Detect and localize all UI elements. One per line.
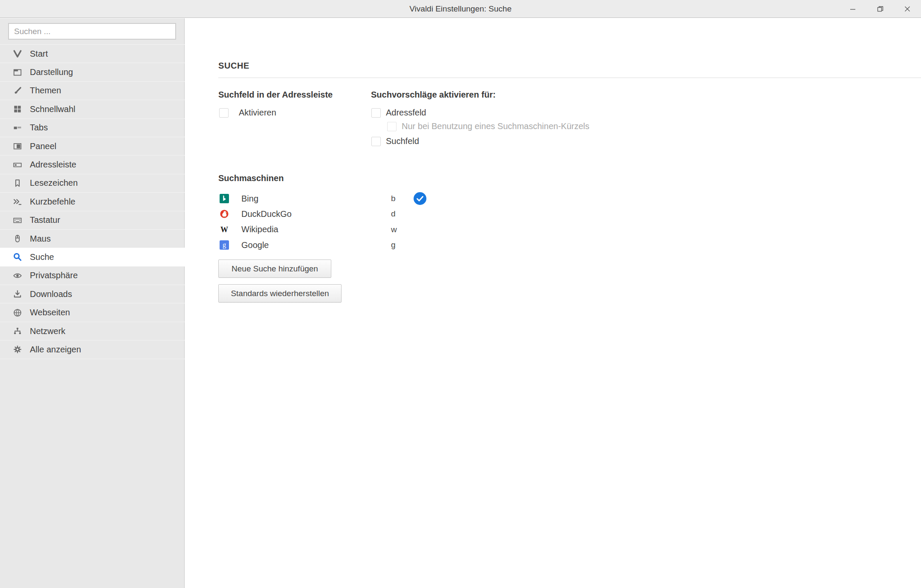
engine-name: Google <box>241 240 269 250</box>
sidebar-item-schnellwahl[interactable]: Schnellwahl <box>0 100 185 118</box>
engine-nickname[interactable]: w <box>391 225 397 234</box>
tabs-icon <box>13 123 22 133</box>
sidebar-item-alle-anzeigen[interactable]: Alle anzeigen <box>0 340 185 359</box>
suchmaschinen-kuerzel-checkbox <box>387 122 397 131</box>
sidebar-item-themen[interactable]: Themen <box>0 82 185 100</box>
sidebar-item-kurzbefehle[interactable]: Kurzbefehle <box>0 193 185 211</box>
engine-name: DuckDuckGo <box>241 209 292 219</box>
engine-nickname[interactable]: d <box>391 209 396 219</box>
sidebar-item-label: Adressleiste <box>30 160 76 170</box>
close-icon <box>904 6 910 12</box>
search-icon <box>13 252 22 262</box>
default-engine-check-icon[interactable] <box>414 192 426 205</box>
engines-section-title: Suchmaschinen <box>218 173 284 183</box>
command-prompt-icon <box>13 197 22 206</box>
addressbar-icon <box>13 160 22 170</box>
sidebar-item-label: Tastatur <box>30 215 60 225</box>
sidebar-item-label: Downloads <box>30 289 72 299</box>
suchmaschinen-kuerzel-checkbox-row: Nur bei Benutzung eines Suchmaschinen-Kü… <box>387 121 589 131</box>
sidebar-item-label: Start <box>30 49 48 59</box>
window-controls <box>839 0 921 18</box>
globe-icon <box>13 308 22 317</box>
close-button[interactable] <box>894 0 921 18</box>
engine-row-wikipedia[interactable]: WWikipediaw <box>218 222 517 237</box>
gear-icon <box>13 345 22 354</box>
paintbrush-icon <box>13 86 22 95</box>
add-search-button[interactable]: Neue Suche hinzufügen <box>218 259 331 278</box>
bing-icon <box>220 194 229 203</box>
settings-nav: StartDarstellungThemenSchnellwahlTabsPan… <box>0 44 185 359</box>
engine-nickname[interactable]: g <box>391 240 396 250</box>
mouse-icon <box>13 234 22 243</box>
sidebar-item-label: Darstellung <box>30 67 73 77</box>
engine-nickname[interactable]: b <box>391 194 396 203</box>
restore-icon <box>877 6 883 12</box>
eye-icon <box>13 271 22 280</box>
bookmark-icon <box>13 179 22 188</box>
engine-row-bing[interactable]: Bingb <box>218 191 517 206</box>
maximize-restore-button[interactable] <box>866 0 894 18</box>
sidebar-item-label: Kurzbefehle <box>30 197 75 207</box>
sidebar-item-downloads[interactable]: Downloads <box>0 285 185 303</box>
sidebar-item-privatsphaere[interactable]: Privatsphäre <box>0 267 185 285</box>
minimize-button[interactable] <box>839 0 866 18</box>
svg-text:W: W <box>220 225 228 233</box>
sidebar-item-label: Netzwerk <box>30 326 65 336</box>
grid-icon <box>13 104 22 114</box>
sidebar-item-adressleiste[interactable]: Adressleiste <box>0 156 185 174</box>
keyboard-icon <box>13 216 22 225</box>
sidebar-item-webseiten[interactable]: Webseiten <box>0 303 185 322</box>
suchfeld-checkbox-label: Suchfeld <box>386 136 419 146</box>
engine-row-google[interactable]: gGoogleg <box>218 237 517 253</box>
panel-icon <box>13 141 22 151</box>
engine-name: Bing <box>241 194 258 204</box>
sidebar-item-label: Privatsphäre <box>30 271 78 280</box>
google-icon: g <box>220 240 229 250</box>
sidebar-item-paneel[interactable]: Paneel <box>0 137 185 156</box>
sidebar-item-start[interactable]: Start <box>0 45 185 63</box>
suggestions-section-title: Suchvorschläge aktivieren für: <box>371 90 495 100</box>
sidebar-item-darstellung[interactable]: Darstellung <box>0 63 185 81</box>
aktivieren-checkbox[interactable] <box>219 108 229 118</box>
sidebar-item-label: Schnellwahl <box>30 104 75 114</box>
window-appearance-icon <box>13 68 22 77</box>
duckduckgo-icon <box>220 209 229 219</box>
sidebar-item-suche[interactable]: Suche <box>0 248 185 266</box>
svg-text:g: g <box>223 241 226 249</box>
window-title: Vivaldi Einstellungen: Suche <box>409 4 511 14</box>
adressfeld-checkbox-label: Adressfeld <box>386 108 426 118</box>
download-icon <box>13 289 22 299</box>
sidebar-item-netzwerk[interactable]: Netzwerk <box>0 322 185 340</box>
settings-sidebar: StartDarstellungThemenSchnellwahlTabsPan… <box>0 18 185 588</box>
engine-row-duckduckgo[interactable]: DuckDuckGod <box>218 206 517 222</box>
adressfeld-checkbox[interactable] <box>371 108 381 118</box>
sidebar-item-label: Webseiten <box>30 308 70 317</box>
sidebar-item-tastatur[interactable]: Tastatur <box>0 211 185 230</box>
sidebar-item-tabs[interactable]: Tabs <box>0 119 185 137</box>
sidebar-item-label: Lesezeichen <box>30 178 78 188</box>
suchfeld-checkbox-row: Suchfeld <box>371 136 419 146</box>
addressbar-section-title: Suchfeld in der Adressleiste <box>218 90 333 100</box>
settings-search-input[interactable] <box>8 23 176 40</box>
wikipedia-icon: W <box>220 225 229 234</box>
heading-divider <box>218 78 921 78</box>
suchfeld-checkbox[interactable] <box>371 137 381 146</box>
sidebar-item-label: Paneel <box>30 141 56 151</box>
aktivieren-checkbox-label: Aktivieren <box>239 108 276 118</box>
sidebar-item-label: Maus <box>30 234 51 244</box>
search-settings-page: SUCHE Suchfeld in der Adressleiste Aktiv… <box>185 18 921 588</box>
aktivieren-checkbox-row: Aktivieren <box>219 108 276 118</box>
sidebar-item-label: Tabs <box>30 123 48 133</box>
vivaldi-logo-icon <box>13 49 22 58</box>
restore-defaults-button[interactable]: Standards wiederherstellen <box>218 284 342 303</box>
page-title: SUCHE <box>218 61 249 71</box>
minimize-icon <box>850 6 856 12</box>
adressfeld-checkbox-row: Adressfeld <box>371 108 426 118</box>
sidebar-item-maus[interactable]: Maus <box>0 230 185 248</box>
engine-name: Wikipedia <box>241 225 278 234</box>
sidebar-item-label: Themen <box>30 86 61 95</box>
title-bar: Vivaldi Einstellungen: Suche <box>0 0 921 18</box>
sidebar-item-label: Alle anzeigen <box>30 345 81 355</box>
sidebar-item-lesezeichen[interactable]: Lesezeichen <box>0 174 185 193</box>
suchmaschinen-kuerzel-checkbox-label: Nur bei Benutzung eines Suchmaschinen-Kü… <box>402 121 589 131</box>
